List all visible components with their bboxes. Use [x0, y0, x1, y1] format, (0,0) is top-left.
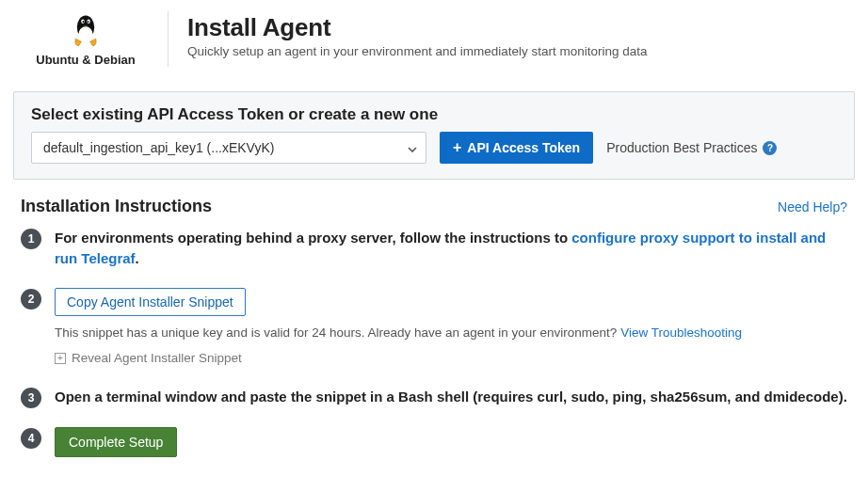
complete-setup-button[interactable]: Complete Setup	[55, 427, 177, 457]
create-api-token-button[interactable]: + API Access Token	[440, 132, 593, 164]
platform-label: Ubuntu & Debian	[36, 53, 135, 67]
step-number-badge: 2	[21, 289, 41, 309]
step-3: 3 Open a terminal window and paste the s…	[21, 387, 847, 408]
step1-prefix: For environments operating behind a prox…	[55, 230, 571, 246]
step-1: 1 For environments operating behind a pr…	[21, 228, 847, 269]
instructions-title: Installation Instructions	[21, 197, 212, 216]
step3-text: Open a terminal window and paste the sni…	[55, 389, 847, 405]
linux-tux-icon	[68, 11, 104, 49]
view-troubleshooting-link[interactable]: View Troubleshooting	[620, 325, 742, 340]
create-api-token-label: API Access Token	[467, 140, 580, 155]
page-title: Install Agent	[187, 13, 648, 42]
help-icon[interactable]: ?	[763, 141, 777, 155]
svg-point-4	[83, 21, 85, 23]
reveal-snippet-label: Reveal Agent Installer Snippet	[72, 349, 242, 368]
expand-icon: +	[55, 353, 66, 364]
step-number-badge: 3	[21, 388, 41, 408]
token-panel-heading: Select existing API Access Token or crea…	[31, 105, 837, 124]
snippet-hint-text: This snippet has a unique key and is val…	[55, 325, 620, 340]
step-number-badge: 4	[21, 428, 41, 449]
step-4: 4 Complete Setup	[21, 427, 847, 457]
svg-point-5	[88, 21, 89, 23]
step1-suffix: .	[136, 250, 139, 266]
page-subtitle: Quickly setup an agent in your environme…	[187, 44, 648, 58]
svg-point-1	[78, 26, 92, 42]
step-number-badge: 1	[21, 229, 41, 249]
token-panel: Select existing API Access Token or crea…	[13, 91, 855, 180]
best-practices-link[interactable]: Production Best Practices	[606, 140, 757, 155]
need-help-link[interactable]: Need Help?	[778, 199, 847, 214]
api-token-selected-value: default_ingestion_api_key1 (...xEKVyK)	[43, 140, 274, 155]
reveal-snippet-toggle[interactable]: + Reveal Agent Installer Snippet	[55, 349, 242, 368]
step-2: 2 Copy Agent Installer Snippet This snip…	[21, 288, 847, 368]
copy-snippet-button[interactable]: Copy Agent Installer Snippet	[55, 288, 246, 316]
api-token-select[interactable]: default_ingestion_api_key1 (...xEKVyK)	[31, 132, 426, 164]
